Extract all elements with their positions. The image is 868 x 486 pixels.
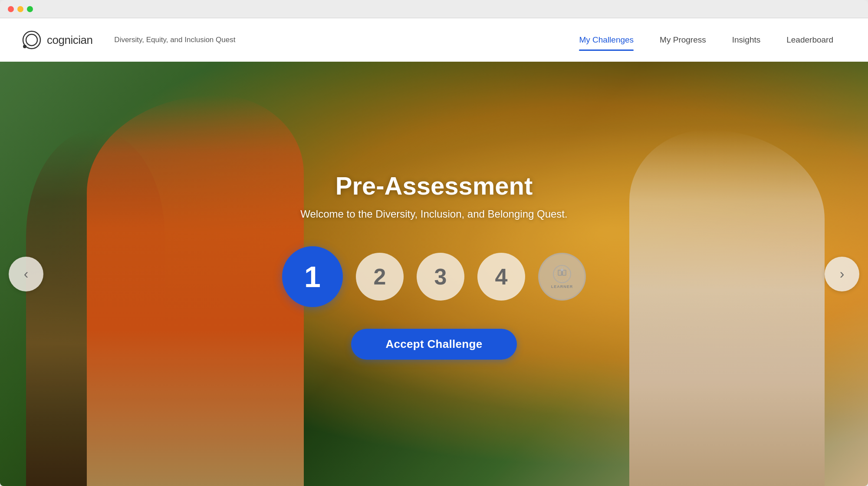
step-2-circle[interactable]: 2 — [356, 253, 404, 301]
badge-label-text: LEARNER — [551, 284, 573, 289]
logo-area: cognician — [22, 30, 92, 50]
badge-inner: LEARNER — [551, 264, 573, 289]
hero-content: Pre-Assessment Welcome to the Diversity,… — [0, 62, 868, 486]
maximize-button[interactable] — [27, 6, 33, 12]
close-button[interactable] — [8, 6, 14, 12]
step-4-label: 4 — [495, 264, 508, 290]
chevron-right-icon: › — [840, 266, 845, 282]
step-4-circle[interactable]: 4 — [477, 253, 525, 301]
cognician-logo-icon — [22, 30, 42, 50]
quest-title: Diversity, Equity, and Inclusion Quest — [114, 36, 235, 44]
nav-my-challenges[interactable]: My Challenges — [566, 31, 647, 49]
window-chrome — [0, 0, 868, 18]
main-nav: My Challenges My Progress Insights Leade… — [566, 31, 846, 49]
header: cognician Diversity, Equity, and Inclusi… — [0, 18, 868, 62]
carousel-prev-button[interactable]: ‹ — [9, 257, 43, 291]
step-2-label: 2 — [374, 264, 386, 290]
hero-section: Pre-Assessment Welcome to the Diversity,… — [0, 62, 868, 486]
accept-challenge-button[interactable]: Accept Challenge — [351, 329, 517, 360]
step-3-circle[interactable]: 3 — [417, 253, 464, 301]
hero-title: Pre-Assessment — [335, 171, 533, 200]
svg-point-1 — [26, 34, 37, 46]
step-3-label: 3 — [434, 264, 447, 290]
step-1-label: 1 — [304, 260, 321, 294]
nav-insights[interactable]: Insights — [719, 31, 773, 49]
step-1-circle[interactable]: 1 — [282, 246, 343, 307]
logo-text: cognician — [47, 33, 92, 47]
carousel-next-button[interactable]: › — [825, 257, 859, 291]
traffic-lights — [8, 6, 33, 12]
nav-leaderboard[interactable]: Leaderboard — [773, 31, 846, 49]
learner-badge-icon — [552, 264, 572, 284]
minimize-button[interactable] — [17, 6, 23, 12]
nav-my-progress[interactable]: My Progress — [647, 31, 719, 49]
learner-badge-circle[interactable]: LEARNER — [538, 253, 586, 301]
app-container: cognician Diversity, Equity, and Inclusi… — [0, 18, 868, 486]
hero-subtitle: Welcome to the Diversity, Inclusion, and… — [300, 208, 567, 220]
challenge-steps: 1 2 3 4 — [282, 246, 586, 307]
svg-point-2 — [23, 45, 26, 48]
chevron-left-icon: ‹ — [24, 266, 29, 282]
